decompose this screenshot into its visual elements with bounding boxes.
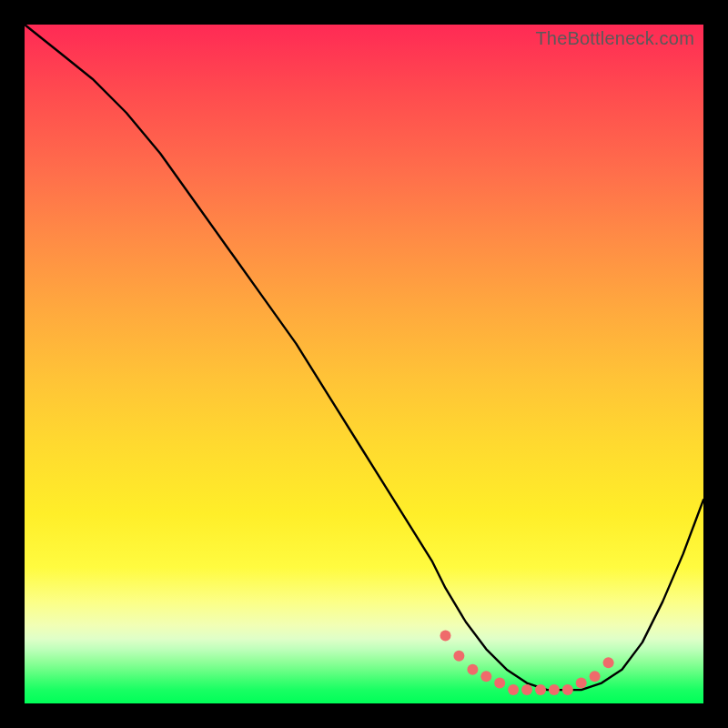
- optimal-range-dot: [535, 684, 546, 695]
- optimal-range-dot: [576, 678, 587, 689]
- optimal-range-dot: [521, 684, 532, 695]
- chart-frame: TheBottleneck.com: [0, 0, 728, 728]
- optimal-range-dot: [480, 671, 491, 682]
- optimal-range-dot: [590, 671, 601, 682]
- optimal-range-dot: [467, 664, 478, 675]
- optimal-range-dot: [494, 678, 505, 689]
- optimal-range-dot: [549, 684, 560, 695]
- plot-area: TheBottleneck.com: [25, 25, 703, 703]
- chart-svg: [25, 25, 703, 703]
- optimal-range-dots: [440, 630, 614, 695]
- optimal-range-dot: [508, 684, 519, 695]
- optimal-range-dot: [453, 651, 464, 662]
- optimal-range-dot: [440, 630, 451, 641]
- optimal-range-dot: [562, 684, 573, 695]
- bottleneck-curve-line: [25, 25, 703, 690]
- optimal-range-dot: [603, 657, 614, 668]
